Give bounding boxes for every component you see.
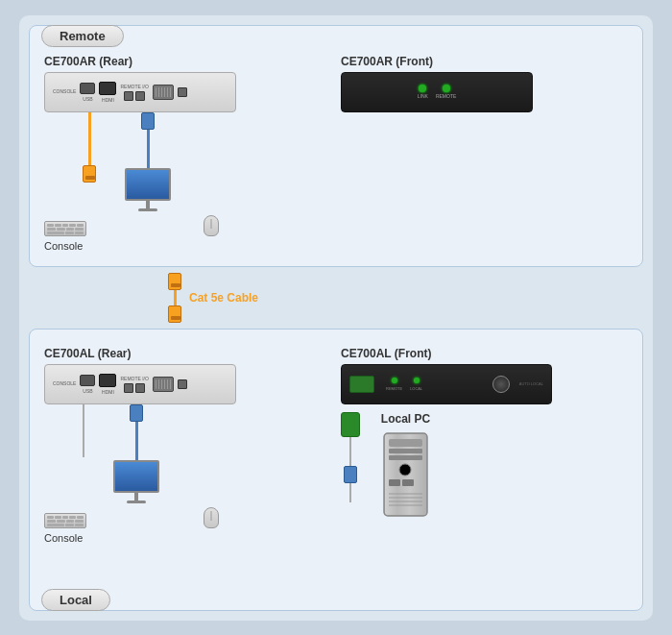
remote-led-local	[392, 378, 397, 383]
pc-tower-svg	[379, 431, 432, 518]
local-rear-device: CONSOLE USB HDMI REMOTE I/O	[44, 364, 236, 404]
link-led	[419, 85, 426, 92]
hdmi-port-group: HDMI	[99, 82, 116, 103]
remote-right-panel: CE700AR (Front) LINK REMOTE	[341, 55, 628, 252]
vga-port	[153, 85, 174, 100]
rj45-port-1	[124, 91, 133, 101]
remote-rear-device: CONSOLE USB HDMI REMOTE I/O	[44, 72, 236, 112]
local-section: Local CE700AL (Rear) CONSOLE USB HDMI	[29, 329, 643, 611]
rj45-plug-cable-top	[168, 273, 181, 290]
blue-wire-local	[135, 422, 138, 460]
auto-local-knob	[492, 376, 510, 393]
remote-front-device: LINK REMOTE	[341, 72, 533, 112]
monitor-stand-remote	[146, 201, 150, 208]
mouse-local	[204, 507, 219, 528]
green-connector-area	[341, 412, 360, 502]
monitor-screen-remote	[125, 168, 171, 201]
svg-rect-6	[389, 479, 400, 486]
remote-led	[443, 85, 450, 92]
rj45-port-2	[135, 91, 145, 101]
rj45-local-1	[124, 383, 133, 393]
hdmi-port-local-group: HDMI	[99, 374, 116, 395]
vga-port-group	[153, 85, 174, 100]
main-container: Remote CE700AR (Rear) CONSOLE USB	[19, 15, 653, 621]
hdmi-port-local	[99, 374, 116, 387]
monitor-base-local	[127, 501, 146, 503]
green-connector	[341, 412, 360, 437]
blue-connector-local	[130, 404, 143, 422]
local-pc-label: Local PC	[381, 412, 430, 426]
cable-orange-wire	[174, 290, 177, 305]
mouse-remote	[204, 215, 219, 236]
orange-wire-remote	[88, 112, 91, 165]
usb-ports-group: USB	[80, 83, 95, 102]
keyboard-remote	[44, 221, 86, 236]
monitor-remote	[125, 168, 171, 211]
local-led	[414, 378, 420, 383]
usb-port-1	[80, 83, 95, 94]
cat5-label: Cat 5e Cable	[189, 291, 258, 305]
remote-section: Remote CE700AR (Rear) CONSOLE USB	[29, 25, 643, 267]
led-group-remote: LINK REMOTE	[418, 85, 457, 99]
vga-port-local-group	[153, 377, 174, 392]
wire-to-pc-2	[349, 483, 351, 502]
blue-wire-remote	[147, 130, 150, 168]
monitor-base-remote	[138, 208, 157, 211]
hdmi-port	[99, 82, 116, 95]
local-front-label: CE700AL (Front)	[341, 347, 628, 360]
remote-left-panel: CE700AR (Rear) CONSOLE USB HDMI	[44, 55, 331, 252]
power-port-local	[178, 379, 187, 389]
svg-rect-7	[402, 479, 414, 486]
remote-badge: Remote	[41, 25, 124, 47]
svg-point-5	[399, 464, 411, 476]
local-left-panel: CE700AL (Rear) CONSOLE USB HDMI	[44, 347, 331, 544]
console-label-remote: Console	[44, 240, 331, 252]
link-led-label: LINK	[418, 93, 428, 99]
vga-connector-front	[349, 376, 374, 393]
blue-connector-top	[141, 112, 155, 130]
vga-port-local	[153, 377, 174, 392]
monitor-stand-local	[134, 493, 138, 501]
remote-led-label: REMOTE	[436, 93, 456, 99]
local-badge: Local	[41, 589, 110, 611]
blue-connector-pc	[344, 466, 357, 483]
local-front-device: REMOTE LOCAL AUTO LOCAL	[341, 364, 552, 404]
keyboard-local	[44, 513, 86, 528]
local-rear-label: CE700AL (Rear)	[44, 347, 331, 360]
gray-wire-local	[83, 404, 84, 457]
local-pc-area: Local PC	[379, 412, 432, 518]
usb-ports-local: USB	[80, 375, 95, 394]
rj45-plug-remote	[83, 165, 96, 183]
svg-rect-4	[389, 455, 422, 460]
svg-rect-3	[389, 449, 422, 453]
local-right-panel: CE700AL (Front) REMOTE LOCAL AUTO LOCAL	[341, 347, 628, 544]
rj45-local-2	[135, 383, 145, 393]
usb-port-local	[80, 375, 95, 386]
cable-area: Cat 5e Cable	[29, 273, 643, 323]
remote-rear-label: CE700AR (Rear)	[44, 55, 331, 68]
rj45-plug-cable-bottom	[168, 305, 181, 323]
wire-to-pc-1	[349, 437, 351, 466]
monitor-local	[113, 460, 159, 503]
svg-rect-2	[389, 439, 422, 447]
console-label-local: Console	[44, 532, 331, 544]
remote-front-label: CE700AR (Front)	[341, 55, 628, 68]
monitor-screen-local	[113, 460, 159, 493]
power-port	[178, 87, 187, 97]
